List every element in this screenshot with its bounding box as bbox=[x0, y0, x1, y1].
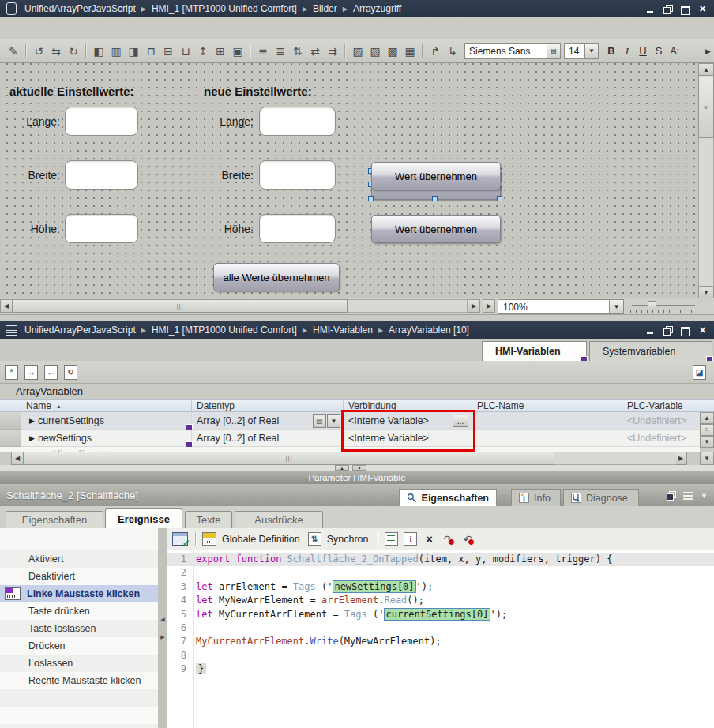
strikethrough-button[interactable]: S bbox=[651, 43, 667, 60]
code-line[interactable]: 8 bbox=[167, 649, 714, 662]
system-functions-icon[interactable]: i bbox=[404, 532, 417, 546]
breadcrumb-segment[interactable]: ArrayVariablen [10] bbox=[389, 325, 469, 336]
subtab-ausdruecke[interactable]: Ausdrücke bbox=[235, 511, 323, 528]
align-bottom-icon[interactable]: ⊔ bbox=[177, 43, 194, 60]
apply-value-button-2[interactable]: Wert übernehmen bbox=[371, 162, 501, 190]
cell-datentyp[interactable]: Array [0..2] of Real bbox=[192, 430, 344, 447]
scroll-right-icon[interactable]: ▶ bbox=[675, 452, 687, 465]
export-variables-icon[interactable]: → bbox=[24, 365, 38, 380]
io-field-laenge-current[interactable] bbox=[65, 107, 138, 136]
maximize-icon[interactable] bbox=[680, 4, 690, 14]
equal-spacing-vertical-icon[interactable]: ⇅ bbox=[289, 43, 306, 60]
scroll-down-icon[interactable]: ▼ bbox=[698, 286, 714, 298]
float-window-icon[interactable] bbox=[666, 490, 676, 501]
code-line[interactable]: 7MyCurrentArrElement.Write(MyNewArrEleme… bbox=[167, 635, 714, 648]
selection-handle[interactable] bbox=[432, 196, 438, 201]
zoom-combo[interactable]: 100% ▼ bbox=[498, 299, 624, 314]
chevron-down-icon[interactable]: ▼ bbox=[609, 300, 623, 313]
cell-datentyp[interactable]: Array [0..2] of Real ▤ ▼ bbox=[192, 412, 344, 430]
center-vertical-icon[interactable]: ↕ bbox=[194, 43, 212, 60]
close-icon[interactable]: × bbox=[697, 325, 708, 336]
scroll-left-icon[interactable]: ◀ bbox=[11, 452, 24, 465]
code-line[interactable]: 9} bbox=[167, 662, 714, 676]
maximize-icon[interactable] bbox=[680, 325, 690, 336]
snippets-icon[interactable] bbox=[385, 532, 398, 546]
cell-plc-variable[interactable]: <Undefiniert> bbox=[622, 412, 700, 430]
code-line[interactable]: 3let arrElement = Tags ('newSettings[0]'… bbox=[167, 580, 714, 594]
event-item[interactable]: Drücken bbox=[0, 637, 158, 655]
datatype-list-icon[interactable]: ▤ bbox=[313, 414, 326, 428]
tab-hmi-variablen[interactable]: HMI-Variablen bbox=[482, 341, 587, 361]
editor-vscroll-thumb[interactable]: ≡ bbox=[698, 77, 714, 138]
zoom-slider-track[interactable] bbox=[632, 305, 695, 306]
column-header-plc-variable[interactable]: PLC-Variable bbox=[622, 400, 714, 412]
event-item[interactable]: Loslassen bbox=[0, 655, 158, 672]
undo-icon[interactable]: ↶ bbox=[460, 533, 475, 546]
selection-handle[interactable] bbox=[497, 196, 502, 201]
italic-button[interactable]: I bbox=[619, 43, 635, 60]
table-vscroll-thumb[interactable]: ≡ bbox=[700, 424, 714, 436]
font-list-icon[interactable]: ▤ bbox=[547, 44, 560, 58]
selection-handle[interactable] bbox=[368, 196, 374, 201]
align-right-icon[interactable]: ◨ bbox=[125, 43, 142, 60]
event-item[interactable]: Linke Maustaste klicken bbox=[0, 585, 158, 602]
float-window-icon[interactable] bbox=[663, 4, 673, 14]
script-editor[interactable]: 1export function Schaltfläche_2_OnTapped… bbox=[167, 550, 714, 728]
subtab-ereignisse[interactable]: Ereignisse bbox=[105, 508, 182, 528]
code-line[interactable]: 6 bbox=[167, 621, 714, 635]
scroll-down-icon[interactable]: ▼ bbox=[700, 436, 714, 448]
breadcrumb-segment[interactable]: HMI_1 [MTP1000 Unified Comfort] bbox=[152, 3, 297, 14]
breadcrumb-segment[interactable]: UnifiedArrayPerJavaScript bbox=[24, 325, 136, 336]
splitter-left-icon[interactable]: ◀ bbox=[160, 617, 164, 623]
cell-plc-name[interactable] bbox=[472, 430, 622, 447]
superscript-button[interactable]: Aˆ bbox=[667, 43, 682, 60]
match-size-icon[interactable]: ⇉ bbox=[324, 43, 341, 60]
underline-button[interactable]: U bbox=[635, 43, 651, 60]
collapse-down-icon[interactable]: ▼ bbox=[352, 465, 366, 471]
scroll-up-icon[interactable]: ▲ bbox=[698, 63, 714, 76]
rotate-right-icon[interactable]: ↻ bbox=[65, 43, 82, 60]
rotate-left-icon[interactable]: ↺ bbox=[30, 43, 47, 60]
validate-script-icon[interactable] bbox=[172, 532, 188, 546]
delete-icon[interactable]: × bbox=[423, 533, 435, 546]
align-left-icon[interactable]: ◧ bbox=[90, 43, 107, 60]
send-to-back-icon[interactable]: ▦ bbox=[401, 43, 419, 60]
redo-icon[interactable]: ↷ bbox=[441, 533, 455, 546]
cell-plc-name[interactable] bbox=[472, 412, 622, 430]
minimize-icon[interactable] bbox=[645, 4, 656, 14]
splitter-right-icon[interactable]: ▶ bbox=[160, 634, 164, 640]
tab-eigenschaften[interactable]: Eigenschaften bbox=[399, 489, 497, 506]
import-variables-icon[interactable]: ← bbox=[44, 365, 58, 380]
cell-plc-variable[interactable]: <Undefiniert> bbox=[622, 430, 700, 447]
event-item[interactable]: Rechte Maustaste klicken bbox=[0, 672, 158, 689]
breadcrumb-segment[interactable]: HMI_1 [MTP1000 Unified Comfort] bbox=[152, 325, 297, 336]
global-definition-button[interactable]: Globale Definition bbox=[222, 534, 300, 545]
collapse-up-icon[interactable]: ▲ bbox=[335, 465, 349, 471]
code-line[interactable]: 4let MyNewArrElement = arrElement.Read()… bbox=[167, 594, 714, 607]
row-selector[interactable] bbox=[0, 430, 21, 447]
cell-name[interactable]: ▶ newSettings bbox=[21, 430, 192, 447]
parameter-bar[interactable]: Parameter HMI-Variable bbox=[0, 471, 714, 485]
align-center-horizontal-icon[interactable]: ▥ bbox=[107, 43, 125, 60]
menu-icon[interactable] bbox=[683, 492, 693, 500]
apply-all-values-button[interactable]: alle Werte übernehmen bbox=[213, 263, 340, 291]
bold-button[interactable]: B bbox=[603, 43, 619, 60]
send-backward-icon[interactable]: ▧ bbox=[366, 43, 384, 60]
scroll-up-icon[interactable]: ▲ bbox=[700, 412, 714, 424]
subtab-texte[interactable]: Texte bbox=[185, 511, 232, 528]
scroll-down-icon[interactable]: ▼ bbox=[700, 452, 714, 465]
table-hscroll-thumb[interactable]: ||| bbox=[24, 452, 554, 465]
tab-order-icon[interactable]: ↱ bbox=[427, 43, 444, 60]
column-header-name[interactable]: Name▲ bbox=[21, 400, 192, 412]
column-header-datentyp[interactable]: Datentyp bbox=[192, 400, 344, 412]
event-item[interactable]: Aktiviert bbox=[0, 550, 158, 568]
event-item[interactable]: Taste drücken bbox=[0, 602, 158, 620]
tab-systemvariablen[interactable]: Systemvariablen bbox=[589, 341, 712, 361]
add-variable-icon[interactable]: * bbox=[5, 365, 18, 380]
fit-width-icon[interactable]: ⊞ bbox=[212, 43, 229, 60]
tab-sequence-icon[interactable]: ↳ bbox=[444, 43, 461, 60]
align-middle-icon[interactable]: ⊟ bbox=[160, 43, 177, 60]
column-header-plc-name[interactable]: PLC-Name bbox=[472, 400, 622, 412]
apply-value-button-3[interactable]: Wert übernehmen bbox=[371, 215, 501, 243]
chevron-down-icon[interactable]: ▼ bbox=[327, 414, 340, 428]
